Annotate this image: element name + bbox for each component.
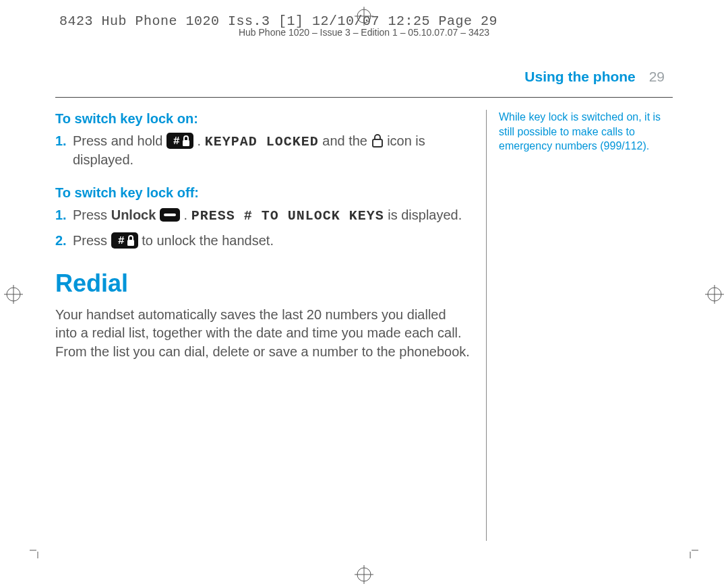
svg-text:#: # [118,235,125,247]
side-note: While key lock is switched on, it is sti… [499,110,673,154]
registration-mark-right [705,285,724,304]
svg-rect-22 [111,232,138,249]
step-text: Press [73,207,111,222]
step-text: and the [322,133,371,148]
step-text: . [184,207,191,222]
lock-icon [371,133,384,148]
step-text: is displayed. [388,207,462,222]
step-number: 1. [55,132,67,150]
display-text: PRESS # TO UNLOCK KEYS [191,208,384,224]
softkey-label: Unlock [111,207,156,222]
heading-keylock-off: To switch key lock off: [55,184,471,202]
heading-redial: Redial [55,267,471,300]
step: 1. Press Unlock . PRESS # TO UNLOCK KEYS… [55,206,471,225]
registration-mark-left [4,285,23,304]
step-text: Press [73,233,111,248]
hash-lock-key-icon: # [111,232,138,249]
svg-rect-19 [373,139,382,147]
step-text: Press and hold [73,133,166,148]
running-head-page-number: 29 [649,69,665,84]
paragraph-redial: Your handset automatically saves the las… [55,306,471,362]
crop-mark-bottom-left [30,542,46,558]
softkey-icon [160,208,180,222]
step: 2. Press # to unlock the handset. [55,232,471,250]
svg-rect-16 [166,133,193,149]
hash-lock-key-icon: # [166,133,193,149]
running-head: Using the phone 29 [55,69,673,98]
crop-mark-bottom-right [682,542,698,558]
svg-rect-24 [127,240,134,246]
step-text: . [198,133,205,148]
step-number: 1. [55,206,67,224]
page-body: Using the phone 29 To switch key lock on… [55,69,673,533]
step: 1. Press and hold # . KEYPAD LOCKED and … [55,132,471,169]
svg-rect-21 [164,214,176,216]
steps-keylock-off: 1. Press Unlock . PRESS # TO UNLOCK KEYS… [55,206,471,250]
heading-keylock-on: To switch key lock on: [55,110,471,128]
print-slug-line-2: Hub Phone 1020 – Issue 3 – Edition 1 – 0… [239,27,489,38]
main-column: To switch key lock on: 1. Press and hold… [55,110,486,541]
running-head-title: Using the phone [524,69,636,84]
steps-keylock-on: 1. Press and hold # . KEYPAD LOCKED and … [55,132,471,169]
svg-text:#: # [173,135,180,148]
display-text: KEYPAD LOCKED [205,134,319,150]
step-number: 2. [55,232,67,250]
step-text: to unlock the handset. [142,233,274,248]
side-column: While key lock is switched on, it is sti… [486,110,673,541]
svg-rect-18 [183,140,189,146]
registration-mark-bottom [355,565,373,584]
